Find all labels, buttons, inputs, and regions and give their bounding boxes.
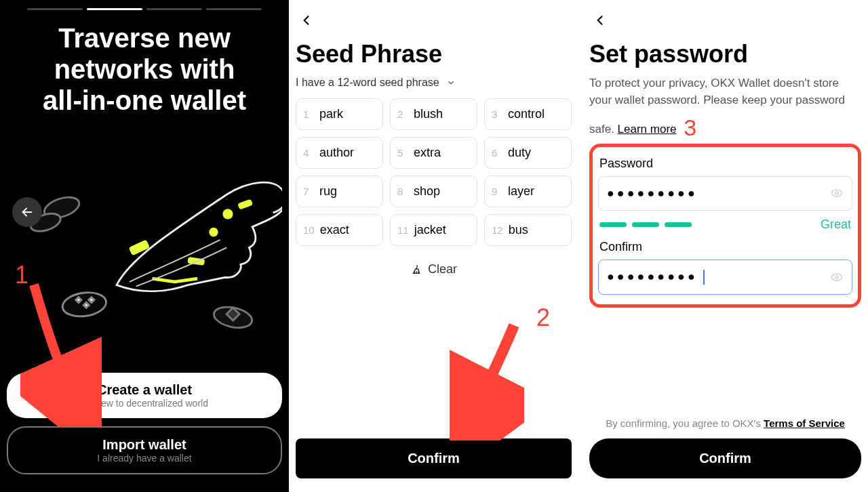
svg-point-12: [832, 190, 842, 197]
chevron-left-icon: [593, 14, 607, 27]
strength-label: Great: [821, 218, 851, 232]
eye-icon[interactable]: [830, 270, 844, 284]
import-wallet-button[interactable]: Import wallet I already have a wallet: [7, 426, 282, 474]
create-wallet-title: Create a wallet: [14, 382, 275, 398]
hero-graphic: [7, 116, 282, 369]
set-password-panel: Set password To protect your privacy, OK…: [578, 0, 868, 492]
confirm-value: ●●●●●●●●●: [607, 270, 698, 283]
set-password-desc: To protect your privacy, OKX Wallet does…: [589, 75, 861, 142]
seed-word-input[interactable]: 6duty: [484, 137, 572, 169]
svg-rect-5: [89, 298, 94, 303]
svg-rect-4: [83, 302, 89, 308]
strength-bars: [599, 222, 692, 227]
confirm-label: Confirm: [408, 451, 460, 466]
seed-phrase-panel: Seed Phrase I have a 12-word seed phrase…: [289, 0, 578, 492]
seed-word-input[interactable]: 2blush: [390, 98, 477, 130]
seed-word-input[interactable]: 9layer: [484, 176, 572, 207]
password-input[interactable]: ●●●●●●●●●: [598, 176, 852, 211]
eye-icon[interactable]: [830, 186, 844, 200]
confirm-label: Confirm: [699, 451, 751, 466]
seed-length-label: I have a 12-word seed phrase: [296, 77, 439, 89]
confirm-button[interactable]: Confirm: [296, 438, 572, 478]
tos-link[interactable]: Terms of Service: [764, 417, 845, 429]
back-button[interactable]: [296, 8, 323, 40]
set-password-title: Set password: [589, 40, 861, 68]
hand-coins-illustration: [7, 143, 282, 369]
arrow-left-icon: [20, 205, 35, 220]
learn-more-link[interactable]: Learn more: [618, 123, 677, 136]
svg-point-13: [835, 192, 838, 194]
progress-indicator: [7, 8, 282, 10]
onboarding-panel: Traverse new networks with all-in-one wa…: [0, 0, 289, 492]
create-wallet-sub: I'm new to decentralized world: [14, 398, 275, 409]
clear-button[interactable]: Clear: [296, 262, 572, 276]
back-button[interactable]: [12, 197, 42, 227]
password-value: ●●●●●●●●●: [607, 186, 698, 201]
seed-grid: 1park 2blush 3control 4author 5extra 6du…: [296, 98, 572, 246]
annotation-number-3: 3: [684, 115, 696, 140]
confirm-button[interactable]: Confirm: [589, 438, 861, 478]
seed-word-input[interactable]: 3control: [484, 98, 572, 130]
svg-rect-3: [76, 298, 81, 303]
seed-phrase-title: Seed Phrase: [296, 40, 572, 68]
create-wallet-button[interactable]: Create a wallet I'm new to decentralized…: [7, 373, 282, 418]
tos-text: By confirming, you agree to OKX's Terms …: [589, 417, 861, 429]
seed-word-input[interactable]: 12bus: [484, 214, 572, 246]
confirm-label: Confirm: [599, 240, 852, 254]
password-strength: Great: [599, 218, 851, 232]
seed-word-input[interactable]: 8shop: [390, 176, 477, 207]
svg-point-15: [835, 276, 838, 279]
password-fields-highlight: Password ●●●●●●●●● Great Confirm ●●●●●●●…: [589, 144, 861, 308]
text-cursor: [703, 270, 705, 285]
back-button[interactable]: [589, 8, 616, 40]
svg-point-7: [222, 209, 233, 219]
chevron-left-icon: [300, 14, 313, 27]
seed-word-input[interactable]: 11jacket: [390, 214, 477, 246]
password-label: Password: [599, 157, 852, 171]
seed-word-input[interactable]: 5extra: [390, 137, 477, 169]
import-wallet-title: Import wallet: [15, 437, 274, 453]
svg-point-8: [209, 228, 218, 237]
seed-word-input[interactable]: 1park: [296, 98, 383, 130]
seed-length-dropdown[interactable]: I have a 12-word seed phrase: [296, 77, 572, 89]
svg-point-14: [832, 274, 842, 281]
confirm-password-input[interactable]: ●●●●●●●●●: [598, 260, 852, 295]
onboarding-title: Traverse new networks with all-in-one wa…: [7, 22, 282, 116]
import-wallet-sub: I already have a wallet: [15, 453, 274, 464]
clear-label: Clear: [428, 262, 457, 276]
seed-word-input[interactable]: 4author: [296, 137, 383, 169]
broom-icon: [410, 264, 422, 276]
seed-word-input[interactable]: 10exact: [296, 214, 383, 246]
chevron-down-icon: [446, 78, 456, 87]
seed-word-input[interactable]: 7rug: [296, 176, 383, 207]
